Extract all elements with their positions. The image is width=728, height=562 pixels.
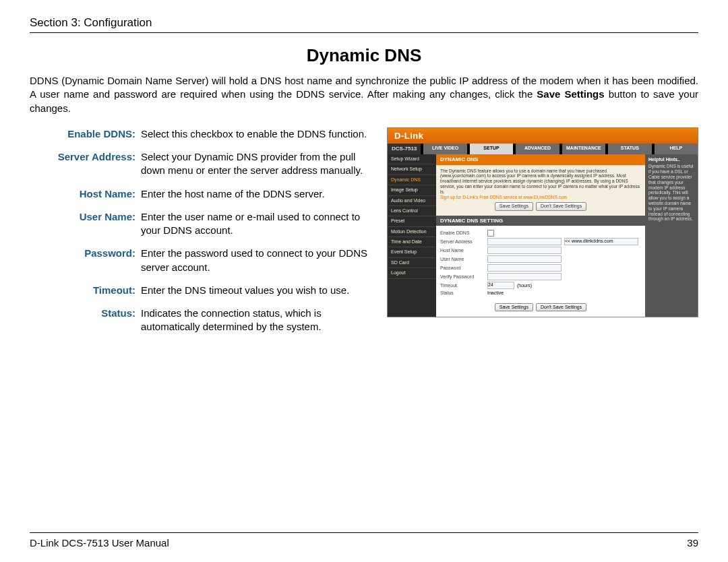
term-password: Password: [30, 247, 141, 274]
page-footer: D-Link DCS-7513 User Manual 39 [30, 532, 698, 549]
tab-live-video[interactable]: LIVE VIDEO [421, 144, 466, 154]
desc-host-name: Enter the host name of the DDNS server. [141, 187, 373, 201]
desc-enable-ddns: Select this checkbox to enable the DDNS … [141, 127, 373, 141]
page-title: Dynamic DNS [30, 45, 698, 66]
shot-setting-title: DYNAMIC DNS SETTING [436, 216, 645, 226]
term-user-name: User Name: [30, 210, 141, 238]
label-enable-ddns: Enable DDNS [440, 230, 487, 236]
save-settings-button[interactable]: Save Settings [495, 202, 533, 210]
timeout-input[interactable]: 24 [487, 282, 514, 289]
tab-status[interactable]: STATUS [605, 144, 651, 154]
server-address-dropdown[interactable]: << www.dlinkddns.com [564, 238, 638, 245]
sidebar-item-time-date[interactable]: Time and Date [388, 237, 436, 247]
section-header: Section 3: Configuration [30, 16, 698, 33]
help-text: Dynamic DNS is useful if you have a DSL … [648, 164, 694, 222]
shot-signup-link[interactable]: Sign up for D-Link's Free DDNS service a… [440, 195, 567, 199]
label-timeout: Timeout [440, 283, 487, 288]
sidebar-item-logout[interactable]: Logout [388, 268, 436, 278]
sidebar-item-image-setup[interactable]: Image Setup [388, 185, 436, 195]
label-host-name: Host Name [440, 248, 487, 253]
desc-password: Enter the password used to connect to yo… [141, 247, 373, 274]
user-name-input[interactable] [487, 255, 562, 263]
shot-main-title: DYNAMIC DNS [436, 154, 645, 165]
intro-paragraph: DDNS (Dynamic Domain Name Server) will h… [30, 74, 698, 115]
sidebar-item-event-setup[interactable]: Event Setup [388, 247, 436, 257]
shot-sidebar: Setup Wizard Network Setup Dynamic DNS I… [388, 154, 436, 317]
label-status: Status [440, 290, 487, 296]
sidebar-item-motion-detection[interactable]: Motion Detection [388, 227, 436, 237]
term-host-name: Host Name: [30, 187, 141, 201]
shot-main: DYNAMIC DNS The Dynamic DNS feature allo… [436, 154, 645, 317]
desc-server-address: Select your Dynamic DNS provider from th… [141, 150, 373, 178]
term-status: Status: [30, 307, 141, 334]
sidebar-item-lens-control[interactable]: Lens Control [388, 206, 436, 216]
tab-help[interactable]: HELP [652, 144, 698, 154]
sidebar-item-setup-wizard[interactable]: Setup Wizard [388, 154, 436, 164]
server-address-input[interactable] [487, 238, 562, 245]
tab-advanced[interactable]: ADVANCED [513, 144, 559, 154]
dont-save-settings-button-2[interactable]: Don't Save Settings [536, 303, 586, 311]
footer-page-number: 39 [687, 537, 698, 549]
label-server-address: Server Address [440, 239, 487, 245]
shot-tabs: DCS-7513 LIVE VIDEO SETUP ADVANCED MAINT… [388, 144, 698, 154]
sidebar-item-dynamic-dns[interactable]: Dynamic DNS [388, 175, 436, 185]
shot-help-panel: Helpful Hints.. Dynamic DNS is useful if… [645, 154, 698, 317]
enable-ddns-checkbox[interactable] [487, 230, 494, 237]
sidebar-item-network-setup[interactable]: Network Setup [388, 164, 436, 175]
admin-screenshot: D-Link DCS-7513 LIVE VIDEO SETUP ADVANCE… [387, 127, 698, 317]
label-password: Password [440, 266, 487, 271]
sidebar-item-sd-card[interactable]: SD Card [388, 258, 436, 268]
term-enable-ddns: Enable DDNS: [30, 127, 141, 141]
label-user-name: User Name [440, 257, 487, 262]
term-server-address: Server Address: [30, 150, 141, 178]
verify-password-input[interactable] [487, 273, 562, 280]
shot-main-text: The Dynamic DNS feature allows you to us… [440, 168, 640, 194]
shot-model: DCS-7513 [388, 144, 421, 154]
label-verify-password: Verify Password [440, 274, 487, 280]
sidebar-item-audio-video[interactable]: Audio and Video [388, 196, 436, 206]
shot-intro-box: The Dynamic DNS feature allows you to us… [436, 165, 645, 216]
password-input[interactable] [487, 264, 562, 272]
desc-user-name: Enter the user name or e-mail used to co… [141, 210, 373, 238]
term-timeout: Timeout: [30, 284, 141, 297]
timeout-unit: (hours) [517, 283, 532, 288]
tab-setup[interactable]: SETUP [467, 144, 513, 154]
status-value: Inactive [487, 290, 504, 296]
dont-save-settings-button[interactable]: Don't Save Settings [536, 202, 586, 210]
definitions-column: Enable DDNS:Select this checkbox to enab… [30, 127, 373, 344]
sidebar-item-preset[interactable]: Preset [388, 216, 436, 226]
shot-form: Enable DDNS Server Address<< www.dlinkdd… [436, 226, 645, 300]
intro-bold: Save Settings [537, 88, 604, 100]
tab-maintenance[interactable]: MAINTENANCE [559, 144, 605, 154]
save-settings-button-2[interactable]: Save Settings [495, 303, 533, 311]
desc-timeout: Enter the DNS timeout values you wish to… [141, 284, 373, 297]
desc-status: Indicates the connection status, which i… [141, 307, 373, 334]
help-heading: Helpful Hints.. [648, 157, 694, 162]
host-name-input[interactable] [487, 247, 562, 254]
footer-left: D-Link DCS-7513 User Manual [30, 537, 169, 549]
shot-brand: D-Link [388, 128, 698, 144]
